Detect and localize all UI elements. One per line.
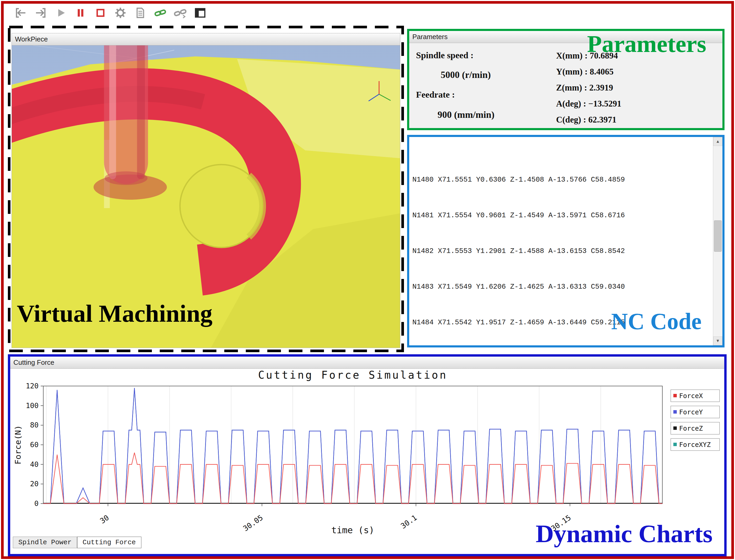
settings-gear-icon — [114, 6, 127, 19]
stop-icon — [94, 6, 107, 19]
nc-code-line: N1481 X71.5554 Y0.9601 Z-1.4549 A-13.597… — [412, 211, 712, 220]
svg-text:100: 100 — [26, 401, 39, 410]
play-button[interactable] — [54, 6, 68, 20]
dynamic-charts-annotation-label: Dynamic Charts — [536, 519, 713, 548]
scroll-down-button[interactable]: ▼ — [713, 336, 722, 345]
document-icon — [134, 6, 147, 19]
unlink-button[interactable] — [173, 6, 187, 20]
cutting-force-chart: 0204060801001203030.0530.130.15time (s)F… — [12, 369, 723, 542]
chart-tab-label: Spindle Power — [18, 538, 72, 546]
toolbar — [14, 6, 207, 20]
svg-text:ForceXYZ: ForceXYZ — [679, 441, 711, 448]
chart-tabs: Spindle Power Cutting Force — [13, 537, 141, 548]
nav-forward-icon — [34, 6, 47, 19]
svg-text:ForceX: ForceX — [679, 392, 703, 400]
svg-text:120: 120 — [26, 382, 39, 390]
axis-position-value: Z(mm) : 2.3919 — [556, 80, 621, 96]
svg-text:30: 30 — [98, 513, 111, 525]
svg-text:40: 40 — [30, 460, 39, 468]
settings-button[interactable] — [113, 6, 128, 20]
chart-tab[interactable]: Spindle Power — [13, 537, 77, 548]
svg-text:20: 20 — [30, 480, 39, 488]
nav-back-button[interactable] — [14, 6, 28, 20]
pause-button[interactable] — [73, 6, 88, 20]
scrollbar-thumb[interactable] — [714, 220, 722, 252]
nav-back-icon — [14, 6, 27, 19]
nc-code-annotation-label: NC Code — [611, 308, 702, 335]
nav-forward-button[interactable] — [34, 6, 48, 20]
spindle-speed-label: Spindle speed : — [416, 50, 473, 60]
cutting-force-title: Cutting Force — [13, 358, 54, 367]
chart-tab[interactable]: Cutting Force — [77, 537, 141, 548]
feedrate-value: 900 (mm/min) — [437, 109, 494, 120]
svg-text:Force(N): Force(N) — [13, 425, 23, 464]
cutting-force-titlebar: Cutting Force — [10, 357, 724, 369]
axis-position-value: C(deg) : 62.3971 — [556, 112, 621, 128]
svg-text:60: 60 — [30, 441, 39, 449]
workpiece-titlebar: WorkPiece — [12, 33, 400, 45]
chart-tab-label: Cutting Force — [83, 538, 136, 546]
spindle-speed-value: 5000 (r/min) — [441, 69, 491, 80]
svg-text:ForceZ: ForceZ — [679, 425, 703, 432]
nc-code-line: N1483 X71.5549 Y1.6206 Z-1.4625 A-13.631… — [412, 282, 712, 291]
parameters-annotation-label: Parameters — [587, 30, 706, 58]
svg-text:time (s): time (s) — [331, 525, 374, 535]
layout-button[interactable] — [193, 6, 207, 20]
virtual-machining-label: Virtual Machining — [17, 299, 213, 327]
report-button[interactable] — [133, 6, 147, 20]
svg-text:80: 80 — [30, 421, 39, 429]
feedrate-label: Feedrate : — [416, 90, 455, 100]
svg-text:0: 0 — [34, 499, 39, 508]
nc-scrollbar[interactable]: ▲ ▼ — [713, 137, 722, 345]
workpiece-title: WorkPiece — [15, 35, 48, 43]
tool-cylinder — [104, 45, 148, 185]
link-button[interactable] — [153, 6, 167, 20]
link-icon — [154, 6, 167, 19]
scroll-up-button[interactable]: ▲ — [713, 137, 722, 146]
unlink-icon — [174, 6, 187, 19]
play-icon — [54, 6, 67, 19]
svg-text:30.05: 30.05 — [242, 513, 265, 533]
nc-code-line: N1482 X71.5553 Y1.2901 Z-1.4588 A-13.615… — [412, 247, 712, 256]
stop-button[interactable] — [93, 6, 108, 20]
axis-position-value: Y(mm) : 8.4065 — [556, 64, 621, 80]
svg-text:30.1: 30.1 — [399, 513, 419, 531]
svg-text:Cutting Force Simulation: Cutting Force Simulation — [258, 369, 447, 381]
layout-icon — [194, 6, 207, 19]
axis-position-list: X(mm) : 70.6894 Y(mm) : 8.4065 Z(mm) : 2… — [556, 48, 621, 128]
axis-position-value: A(deg) : −13.5291 — [556, 96, 621, 112]
parameters-title: Parameters — [412, 33, 447, 41]
nc-code-line: N1480 X71.5551 Y0.6306 Z-1.4508 A-13.576… — [412, 175, 712, 184]
pause-icon — [74, 6, 87, 19]
svg-text:ForceY: ForceY — [679, 408, 703, 416]
